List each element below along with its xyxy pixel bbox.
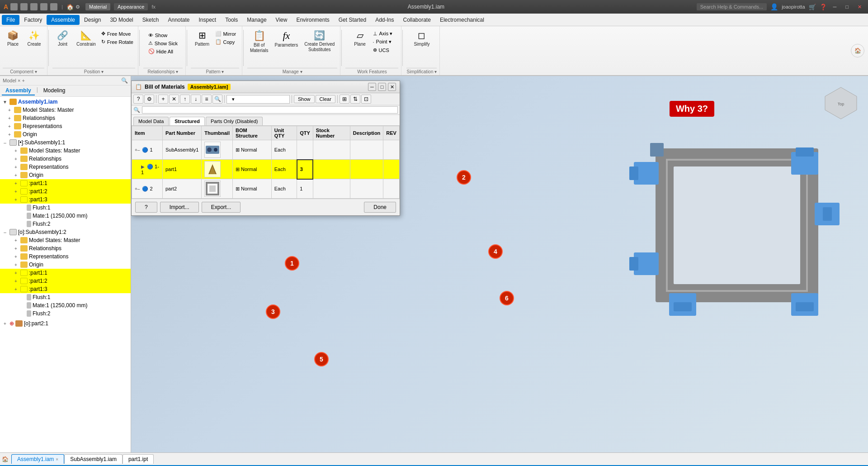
mirror-btn[interactable]: ⬜ Mirror xyxy=(213,30,238,38)
expand-rep2[interactable]: + xyxy=(13,165,19,170)
clear-btn-bom[interactable]: Clear xyxy=(316,95,335,103)
dtb-remove-btn[interactable]: ✕ xyxy=(169,95,179,104)
menu-collaborate[interactable]: Collaborate xyxy=(399,15,435,25)
export-btn[interactable]: Export... xyxy=(202,202,241,213)
tree-node-sub2[interactable]: – [o]:SubAssembly1:2 xyxy=(0,228,131,236)
dtb-help-btn[interactable]: ? xyxy=(133,95,143,104)
search-tree-icon[interactable]: 🔍 xyxy=(121,77,128,84)
simplification-group-label[interactable]: Simplification ▾ xyxy=(406,68,437,74)
navigation-cube[interactable]: Top xyxy=(823,85,859,121)
tree-node-flush2b[interactable]: Flush:2 xyxy=(0,309,131,318)
tree-node-sub1[interactable]: – [•]:SubAssembly1:1 xyxy=(0,138,131,147)
dialog-minimize-btn[interactable]: ─ xyxy=(368,83,376,91)
appearance-dropdown[interactable]: Appearance xyxy=(114,3,148,10)
tree-node-org3[interactable]: + Origin xyxy=(0,261,131,269)
expand-p13[interactable]: + xyxy=(13,197,19,202)
relationships-group-label[interactable]: Relationships ▾ xyxy=(143,68,183,74)
row11-expand-arrow[interactable]: ▶ xyxy=(141,164,145,169)
copy-btn[interactable]: 📋 Copy xyxy=(213,38,238,46)
menu-file[interactable]: File xyxy=(2,15,19,25)
constrain-btn[interactable]: 📐 Constrain xyxy=(74,28,99,49)
expand-sub2[interactable]: – xyxy=(2,230,8,235)
pattern-btn[interactable]: ⊞ Pattern xyxy=(192,28,212,49)
tab-parts-only[interactable]: Parts Only (Disabled) xyxy=(206,117,263,125)
tree-node-model-states[interactable]: + Model States: Master xyxy=(0,106,131,114)
show-btn[interactable]: 👁 Show xyxy=(146,32,179,39)
open-icon[interactable] xyxy=(20,3,28,10)
dtb-up-btn[interactable]: ↑ xyxy=(180,95,190,104)
tree-node-mate1[interactable]: Mate:1 (1250,000 mm) xyxy=(0,212,131,220)
tree-node-flush2[interactable]: Flush:2 xyxy=(0,220,131,228)
free-move-btn[interactable]: ✥ Free Move xyxy=(99,30,135,38)
view-home-btn[interactable]: 🏠 xyxy=(851,44,864,57)
hide-all-btn[interactable]: 🚫 Hide All xyxy=(146,48,179,55)
row2-expand[interactable]: +– xyxy=(135,186,140,191)
menu-environments[interactable]: Environments xyxy=(292,15,334,25)
ucs-btn[interactable]: ⊕ UCS xyxy=(371,46,395,54)
undo-icon[interactable] xyxy=(40,3,47,10)
new-icon[interactable] xyxy=(10,3,18,10)
tree-node-ms3[interactable]: + Model States: Master xyxy=(0,236,131,244)
expand-org2[interactable]: + xyxy=(13,173,19,178)
save-icon[interactable] xyxy=(30,3,38,10)
close-btn[interactable]: ✕ xyxy=(855,4,864,10)
simplify-btn[interactable]: ◻ Simplify xyxy=(411,28,432,49)
help-footer-btn[interactable]: ? xyxy=(135,202,157,213)
nav-home-icon[interactable]: 🏠 xyxy=(66,4,74,10)
tree-tab-modeling[interactable]: Modeling xyxy=(40,86,69,95)
expand-p22[interactable]: + xyxy=(13,279,19,284)
table-row[interactable]: +– 🔵 2 part2 xyxy=(132,179,400,199)
free-rotate-btn[interactable]: ↻ Free Rotate xyxy=(99,38,135,46)
menu-view[interactable]: View xyxy=(271,15,292,25)
tree-node-rep2[interactable]: + Representations xyxy=(0,163,131,171)
expand-sub1[interactable]: – xyxy=(2,140,8,145)
search-box[interactable]: Search Help & Commands... xyxy=(697,3,767,10)
done-btn[interactable]: Done xyxy=(364,202,396,213)
joint-btn[interactable]: 🔗 Joint xyxy=(52,28,73,49)
tree-node-part23[interactable]: + :part1:3 xyxy=(0,285,131,293)
home-icon-bottom[interactable]: 🏠 xyxy=(2,456,9,462)
minimize-btn[interactable]: ─ xyxy=(830,4,840,10)
point-btn[interactable]: · Point ▾ xyxy=(371,38,395,46)
bom-btn[interactable]: 📋 Bill ofMaterials xyxy=(247,28,271,55)
menu-electromechanical[interactable]: Electromechanical xyxy=(435,15,489,25)
tab-model-data[interactable]: Model Data xyxy=(133,117,169,125)
tree-node-part11[interactable]: + :part1:1 xyxy=(0,179,131,187)
pattern-group-label[interactable]: Pattern ▾ xyxy=(191,68,239,74)
manage-group-label[interactable]: Manage ▾ xyxy=(247,68,338,74)
cart-icon[interactable]: 🛒 xyxy=(809,4,816,10)
material-dropdown[interactable]: Material xyxy=(85,3,110,10)
tree-node-org2[interactable]: + Origin xyxy=(0,171,131,179)
dtb-view-dropdown[interactable]: ▾ xyxy=(226,95,290,104)
position-group-label[interactable]: Position ▾ xyxy=(52,68,135,74)
expand-rel1[interactable]: + xyxy=(6,116,13,121)
tree-node-rel3[interactable]: + Relationships xyxy=(0,244,131,252)
tree-node-relationships[interactable]: + Relationships xyxy=(0,114,131,122)
menu-manage[interactable]: Manage xyxy=(242,15,271,25)
expand-org3[interactable]: + xyxy=(13,262,19,267)
menu-3dmodel[interactable]: 3D Model xyxy=(105,15,137,25)
quick-access-icon[interactable]: ⚙ xyxy=(75,4,80,10)
expand-org1[interactable]: + xyxy=(6,132,13,137)
tree-node-rel2[interactable]: + Relationships xyxy=(0,155,131,163)
tree-tab-assembly[interactable]: Assembly xyxy=(2,86,35,95)
component-group-label[interactable]: Component ▾ xyxy=(3,68,44,74)
menu-design[interactable]: Design xyxy=(80,15,105,25)
menu-inspect[interactable]: Inspect xyxy=(194,15,221,25)
tree-node-origin1[interactable]: + Origin xyxy=(0,130,131,138)
expand-model-states[interactable]: + xyxy=(6,108,13,113)
expand-p12[interactable]: + xyxy=(13,189,19,194)
place-btn[interactable]: 📦 Place xyxy=(3,28,23,49)
tree-node-part12[interactable]: + :part1:2 xyxy=(0,187,131,195)
expand-part2-1[interactable]: + xyxy=(2,321,8,326)
expand-rep3[interactable]: + xyxy=(13,254,19,259)
expand-rel3[interactable]: + xyxy=(13,246,19,251)
maximize-btn[interactable]: □ xyxy=(843,4,851,10)
expand-p23[interactable]: + xyxy=(13,287,19,292)
tree-node-mate1b[interactable]: Mate:1 (1250,000 mm) xyxy=(0,301,131,309)
bottom-tab-part1[interactable]: part1.ipt xyxy=(123,454,154,464)
dtb-col-btn[interactable]: ≡ xyxy=(202,95,212,104)
dtb-sort-btn[interactable]: ⇅ xyxy=(350,95,360,104)
menu-assemble[interactable]: Assemble xyxy=(47,15,80,25)
tree-node-flush1[interactable]: Flush:1 xyxy=(0,204,131,212)
